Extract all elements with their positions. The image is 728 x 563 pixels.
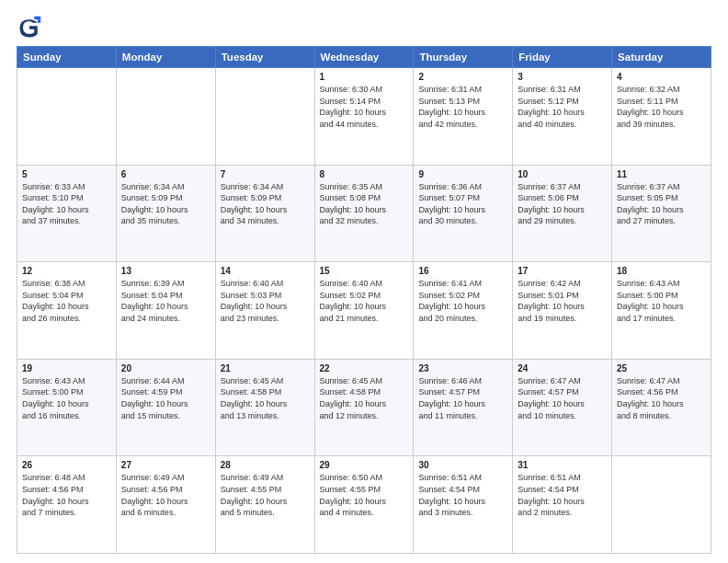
calendar-cell: 1Sunrise: 6:30 AM Sunset: 5:14 PM Daylig…	[314, 68, 414, 166]
calendar-cell	[612, 456, 711, 554]
day-number: 21	[221, 363, 310, 373]
day-number: 30	[418, 460, 507, 470]
day-number: 16	[418, 266, 507, 276]
day-info: Sunrise: 6:43 AM Sunset: 5:00 PM Dayligh…	[617, 278, 706, 324]
day-info: Sunrise: 6:40 AM Sunset: 5:02 PM Dayligh…	[320, 278, 409, 324]
day-number: 7	[221, 169, 310, 179]
calendar-cell: 19Sunrise: 6:43 AM Sunset: 5:00 PM Dayli…	[17, 359, 117, 456]
calendar-cell	[215, 68, 314, 166]
calendar-cell: 30Sunrise: 6:51 AM Sunset: 4:54 PM Dayli…	[414, 456, 513, 554]
day-info: Sunrise: 6:36 AM Sunset: 5:07 PM Dayligh…	[418, 181, 507, 227]
day-number: 5	[22, 169, 111, 179]
day-number: 28	[221, 460, 310, 470]
logo	[17, 15, 46, 40]
day-number: 15	[320, 266, 409, 276]
calendar-cell: 24Sunrise: 6:47 AM Sunset: 4:57 PM Dayli…	[513, 359, 612, 456]
day-number: 8	[320, 169, 409, 179]
calendar-cell: 11Sunrise: 6:37 AM Sunset: 5:05 PM Dayli…	[612, 165, 711, 262]
header-cell-wednesday: Wednesday	[314, 47, 414, 68]
day-number: 1	[320, 72, 409, 82]
day-number: 18	[617, 266, 706, 276]
day-info: Sunrise: 6:49 AM Sunset: 4:55 PM Dayligh…	[221, 472, 310, 518]
calendar-cell: 28Sunrise: 6:49 AM Sunset: 4:55 PM Dayli…	[215, 456, 314, 554]
calendar-cell: 18Sunrise: 6:43 AM Sunset: 5:00 PM Dayli…	[612, 262, 711, 360]
logo-icon	[17, 15, 42, 40]
day-info: Sunrise: 6:37 AM Sunset: 5:06 PM Dayligh…	[518, 181, 607, 227]
day-info: Sunrise: 6:41 AM Sunset: 5:02 PM Dayligh…	[418, 278, 507, 324]
day-info: Sunrise: 6:32 AM Sunset: 5:11 PM Dayligh…	[617, 84, 706, 130]
day-info: Sunrise: 6:46 AM Sunset: 4:57 PM Dayligh…	[418, 375, 507, 421]
calendar-cell: 9Sunrise: 6:36 AM Sunset: 5:07 PM Daylig…	[414, 165, 513, 262]
day-number: 25	[617, 363, 706, 373]
header-cell-thursday: Thursday	[414, 47, 513, 68]
calendar-cell: 31Sunrise: 6:51 AM Sunset: 4:54 PM Dayli…	[513, 456, 612, 554]
day-info: Sunrise: 6:51 AM Sunset: 4:54 PM Dayligh…	[418, 472, 507, 518]
calendar-cell: 29Sunrise: 6:50 AM Sunset: 4:55 PM Dayli…	[314, 456, 414, 554]
day-number: 12	[22, 266, 111, 276]
day-number: 6	[121, 169, 210, 179]
calendar-table: SundayMondayTuesdayWednesdayThursdayFrid…	[17, 46, 711, 554]
calendar-body: 1Sunrise: 6:30 AM Sunset: 5:14 PM Daylig…	[17, 68, 711, 554]
day-info: Sunrise: 6:47 AM Sunset: 4:56 PM Dayligh…	[617, 375, 706, 421]
calendar-cell: 3Sunrise: 6:31 AM Sunset: 5:12 PM Daylig…	[513, 68, 612, 166]
calendar-cell: 8Sunrise: 6:35 AM Sunset: 5:08 PM Daylig…	[314, 165, 414, 262]
calendar-week-4: 19Sunrise: 6:43 AM Sunset: 5:00 PM Dayli…	[17, 359, 711, 456]
day-info: Sunrise: 6:50 AM Sunset: 4:55 PM Dayligh…	[320, 472, 409, 518]
day-number: 19	[22, 363, 111, 373]
calendar-cell: 12Sunrise: 6:38 AM Sunset: 5:04 PM Dayli…	[17, 262, 117, 360]
day-info: Sunrise: 6:33 AM Sunset: 5:10 PM Dayligh…	[22, 181, 111, 227]
day-info: Sunrise: 6:34 AM Sunset: 5:09 PM Dayligh…	[221, 181, 310, 227]
calendar-cell	[116, 68, 215, 166]
day-number: 22	[320, 363, 409, 373]
day-number: 3	[518, 72, 607, 82]
calendar-cell: 16Sunrise: 6:41 AM Sunset: 5:02 PM Dayli…	[414, 262, 513, 360]
calendar-cell: 20Sunrise: 6:44 AM Sunset: 4:59 PM Dayli…	[116, 359, 215, 456]
day-info: Sunrise: 6:42 AM Sunset: 5:01 PM Dayligh…	[518, 278, 607, 324]
day-info: Sunrise: 6:49 AM Sunset: 4:56 PM Dayligh…	[121, 472, 210, 518]
header-cell-monday: Monday	[116, 47, 215, 68]
day-number: 13	[121, 266, 210, 276]
calendar-week-5: 26Sunrise: 6:48 AM Sunset: 4:56 PM Dayli…	[17, 456, 711, 554]
calendar-cell: 23Sunrise: 6:46 AM Sunset: 4:57 PM Dayli…	[414, 359, 513, 456]
calendar-cell: 6Sunrise: 6:34 AM Sunset: 5:09 PM Daylig…	[116, 165, 215, 262]
day-number: 9	[418, 169, 507, 179]
day-number: 17	[518, 266, 607, 276]
day-info: Sunrise: 6:40 AM Sunset: 5:03 PM Dayligh…	[221, 278, 310, 324]
calendar-cell: 15Sunrise: 6:40 AM Sunset: 5:02 PM Dayli…	[314, 262, 414, 360]
calendar-cell: 13Sunrise: 6:39 AM Sunset: 5:04 PM Dayli…	[116, 262, 215, 360]
header	[17, 15, 711, 40]
calendar-cell: 10Sunrise: 6:37 AM Sunset: 5:06 PM Dayli…	[513, 165, 612, 262]
calendar-cell: 22Sunrise: 6:45 AM Sunset: 4:58 PM Dayli…	[314, 359, 414, 456]
calendar-week-3: 12Sunrise: 6:38 AM Sunset: 5:04 PM Dayli…	[17, 262, 711, 360]
day-info: Sunrise: 6:37 AM Sunset: 5:05 PM Dayligh…	[617, 181, 706, 227]
calendar-cell: 27Sunrise: 6:49 AM Sunset: 4:56 PM Dayli…	[116, 456, 215, 554]
day-number: 29	[320, 460, 409, 470]
day-info: Sunrise: 6:39 AM Sunset: 5:04 PM Dayligh…	[121, 278, 210, 324]
calendar-cell: 4Sunrise: 6:32 AM Sunset: 5:11 PM Daylig…	[612, 68, 711, 166]
day-info: Sunrise: 6:34 AM Sunset: 5:09 PM Dayligh…	[121, 181, 210, 227]
header-cell-tuesday: Tuesday	[215, 47, 314, 68]
day-number: 26	[22, 460, 111, 470]
header-row: SundayMondayTuesdayWednesdayThursdayFrid…	[17, 47, 711, 68]
calendar-cell: 5Sunrise: 6:33 AM Sunset: 5:10 PM Daylig…	[17, 165, 117, 262]
header-cell-sunday: Sunday	[17, 47, 117, 68]
calendar-cell: 2Sunrise: 6:31 AM Sunset: 5:13 PM Daylig…	[414, 68, 513, 166]
day-number: 23	[418, 363, 507, 373]
day-info: Sunrise: 6:43 AM Sunset: 5:00 PM Dayligh…	[22, 375, 111, 421]
calendar-cell	[17, 68, 117, 166]
calendar-week-2: 5Sunrise: 6:33 AM Sunset: 5:10 PM Daylig…	[17, 165, 711, 262]
calendar-header: SundayMondayTuesdayWednesdayThursdayFrid…	[17, 47, 711, 68]
day-number: 31	[518, 460, 607, 470]
header-cell-saturday: Saturday	[612, 47, 711, 68]
day-info: Sunrise: 6:47 AM Sunset: 4:57 PM Dayligh…	[518, 375, 607, 421]
day-info: Sunrise: 6:44 AM Sunset: 4:59 PM Dayligh…	[121, 375, 210, 421]
page: SundayMondayTuesdayWednesdayThursdayFrid…	[0, 0, 728, 563]
calendar-cell: 26Sunrise: 6:48 AM Sunset: 4:56 PM Dayli…	[17, 456, 117, 554]
day-info: Sunrise: 6:30 AM Sunset: 5:14 PM Dayligh…	[320, 84, 409, 130]
day-number: 11	[617, 169, 706, 179]
calendar-cell: 25Sunrise: 6:47 AM Sunset: 4:56 PM Dayli…	[612, 359, 711, 456]
calendar-cell: 7Sunrise: 6:34 AM Sunset: 5:09 PM Daylig…	[215, 165, 314, 262]
day-number: 14	[221, 266, 310, 276]
day-number: 10	[518, 169, 607, 179]
day-info: Sunrise: 6:51 AM Sunset: 4:54 PM Dayligh…	[518, 472, 607, 518]
